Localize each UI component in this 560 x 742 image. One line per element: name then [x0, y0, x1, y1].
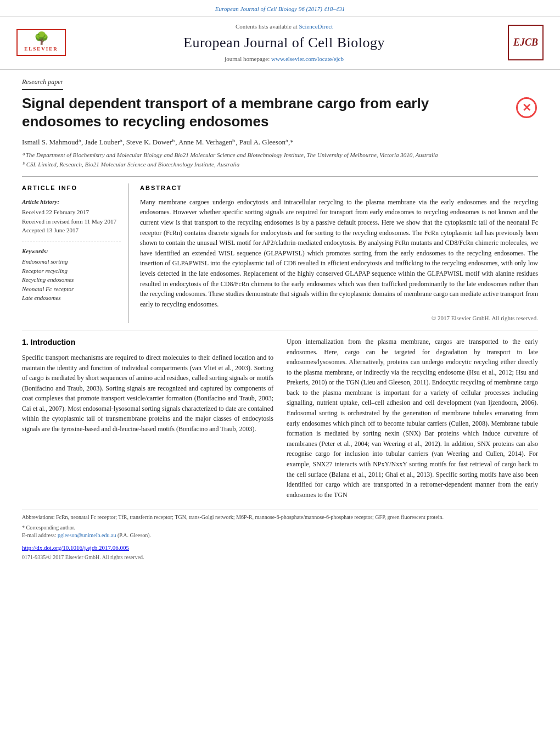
issn-line: 0171-9335/© 2017 Elsevier GmbH. All righ… [22, 553, 538, 561]
body-right-col: Upon internalization from the plasma mem… [287, 337, 538, 505]
journal-center: Contents lists available at ScienceDirec… [66, 22, 502, 64]
journal-header: 🌳 ELSEVIER Contents lists available at S… [0, 16, 560, 70]
footer-notes: Abbreviations: FcRn, neonatal Fc recepto… [22, 510, 538, 561]
article-info-abstract-row: ARTICLE INFO Article history: Received 2… [22, 176, 538, 323]
authors: Ismail S. Mahmoudᵃ, Jade Louberᵃ, Steve … [22, 137, 538, 148]
abstract-text: Many membrane cargoes undergo endocytosi… [140, 197, 538, 310]
keyword-4: Neonatal Fc receptor [22, 284, 121, 294]
journal-homepage: journal homepage: www.elsevier.com/locat… [66, 54, 502, 64]
keywords-label: Keywords: [22, 247, 121, 256]
keyword-3: Recycling endosomes [22, 275, 121, 284]
abstract-title: ABSTRACT [140, 183, 538, 193]
ejcb-logo: EJCB [502, 25, 544, 60]
paper-title: Signal dependent transport of a membrane… [22, 94, 511, 132]
affiliation-a: ᵃ The Department of Biochemistry and Mol… [22, 151, 538, 159]
email-link[interactable]: pgleeson@unimelb.edu.au [58, 532, 116, 538]
article-history-block: Article history: Received 22 February 20… [22, 197, 121, 235]
keyword-2: Receptor recycling [22, 266, 121, 276]
email-note: E-mail address: pgleeson@unimelb.edu.au … [22, 532, 538, 540]
revised-date: Received in revised form 11 May 2017 [22, 217, 121, 226]
affiliation-b: ᵇ CSL Limited, Research, Bio21 Molecular… [22, 160, 538, 169]
paper-title-section: Signal dependent transport of a membrane… [22, 94, 538, 132]
crossmark[interactable]: ✕ [516, 97, 538, 118]
doi-anchor[interactable]: http://dx.doi.org/10.1016/j.ejcb.2017.06… [22, 544, 129, 551]
article-info-column: ARTICLE INFO Article history: Received 2… [22, 183, 129, 323]
history-label: Article history: [22, 197, 121, 207]
abbreviations-note: Abbreviations: FcRn, neonatal Fc recepto… [22, 514, 538, 522]
introduction-heading: 1. Introduction [22, 337, 273, 348]
intro-paragraph-1: Specific transport mechanisms are requir… [22, 353, 273, 434]
keywords-block: Keywords: Endosomal sorting Receptor rec… [22, 247, 121, 303]
journal-ref-text: European Journal of Cell Biology 96 (201… [215, 5, 345, 12]
copyright-line: © 2017 Elsevier GmbH. All rights reserve… [140, 314, 538, 323]
body-left-col: 1. Introduction Specific transport mecha… [22, 337, 273, 505]
ejcb-letters: EJCB [513, 35, 538, 50]
divider [22, 242, 121, 242]
homepage-link[interactable]: www.elsevier.com/locate/ejcb [271, 55, 344, 62]
elsevier-logo: 🌳 ELSEVIER [16, 29, 66, 57]
main-content: Research paper Signal dependent transpor… [0, 70, 560, 573]
received-date: Received 22 February 2017 [22, 208, 121, 217]
intro-paragraph-2: Upon internalization from the plasma mem… [287, 337, 538, 500]
doi-link[interactable]: http://dx.doi.org/10.1016/j.ejcb.2017.06… [22, 543, 538, 553]
abstract-column: ABSTRACT Many membrane cargoes undergo e… [140, 183, 538, 323]
sciencedirect-anchor[interactable]: ScienceDirect [299, 23, 333, 30]
elsevier-label: ELSEVIER [24, 46, 58, 53]
keyword-5: Late endosomes [22, 293, 121, 303]
body-divider [22, 331, 538, 331]
authors-text: Ismail S. Mahmoudᵃ, Jade Louberᵃ, Steve … [22, 138, 294, 146]
affiliations: ᵃ The Department of Biochemistry and Mol… [22, 151, 538, 169]
sciencedirect-link: Contents lists available at ScienceDirec… [66, 22, 502, 31]
journal-title: European Journal of Cell Biology [66, 32, 502, 53]
crossmark-icon: ✕ [522, 99, 531, 116]
keyword-1: Endosomal sorting [22, 257, 121, 266]
body-two-col: 1. Introduction Specific transport mecha… [22, 337, 538, 505]
accepted-date: Accepted 13 June 2017 [22, 226, 121, 235]
elsevier-tree-icon: 🌳 [34, 32, 49, 44]
corresponding-author-note: * Corresponding author. [22, 524, 538, 532]
article-info-title: ARTICLE INFO [22, 183, 121, 193]
journal-reference: European Journal of Cell Biology 96 (201… [0, 0, 560, 16]
article-type: Research paper [22, 77, 63, 90]
